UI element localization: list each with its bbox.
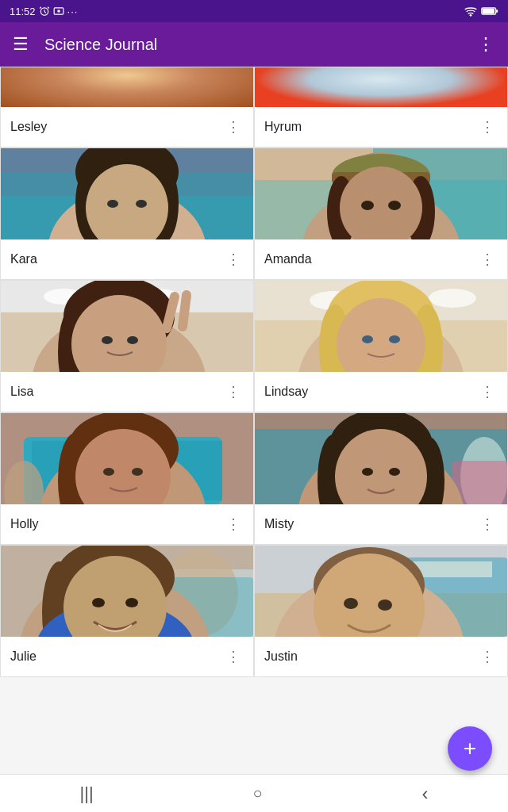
svg-point-96: [125, 598, 138, 607]
card-lindsay[interactable]: Lindsay ⋮: [254, 280, 508, 412]
battery-icon: [481, 6, 498, 16]
svg-rect-7: [1, 67, 253, 107]
card-julie[interactable]: Julie ⋮: [0, 545, 254, 677]
svg-point-63: [362, 335, 373, 343]
experiments-grid: Kara ⋮: [0, 147, 508, 677]
svg-line-18: [413, 91, 429, 93]
svg-point-64: [389, 335, 400, 343]
card-justin[interactable]: Justin ⋮: [254, 545, 508, 677]
svg-point-9: [60, 67, 194, 107]
app-bar: ☰ Science Journal ⋮: [0, 22, 508, 67]
wifi-icon: [464, 6, 477, 17]
card-lindsay-name: Lindsay: [264, 385, 308, 399]
card-kara-label: Kara ⋮: [1, 239, 253, 279]
card-hyrum-partial: Hyrum ⋮: [254, 67, 508, 147]
card-justin-label: Justin ⋮: [255, 637, 507, 676]
photo-lesley-partial: [1, 67, 253, 107]
svg-rect-14: [413, 67, 507, 107]
card-lisa[interactable]: Lisa ⋮: [0, 280, 254, 412]
svg-point-52: [102, 336, 113, 344]
card-lesley-more[interactable]: ⋮: [223, 115, 244, 139]
card-amanda-more[interactable]: ⋮: [477, 247, 498, 271]
dots: ···: [67, 6, 79, 17]
hyrum-photo-art: [255, 67, 507, 107]
svg-rect-16: [349, 87, 413, 99]
svg-point-104: [344, 598, 358, 609]
card-lindsay-label: Lindsay ⋮: [255, 372, 507, 412]
svg-point-3: [470, 14, 472, 17]
card-kara-more[interactable]: ⋮: [223, 247, 244, 271]
svg-point-105: [378, 599, 392, 611]
card-kara-name: Kara: [10, 252, 37, 266]
photo-lisa: [1, 281, 253, 372]
svg-point-10: [56, 67, 198, 91]
holly-photo-art: [1, 413, 253, 504]
app-title: Science Journal: [44, 36, 477, 54]
card-julie-label: Julie ⋮: [1, 637, 253, 676]
svg-point-8: [64, 71, 190, 107]
svg-point-84: [362, 468, 373, 476]
svg-point-73: [103, 468, 114, 476]
photo-holly: [1, 413, 253, 504]
card-amanda-label: Amanda ⋮: [255, 239, 507, 279]
svg-rect-13: [255, 79, 507, 107]
card-lisa-label: Lisa ⋮: [1, 372, 253, 412]
status-bar: 11:52 ···: [0, 0, 508, 22]
back-button[interactable]: ‹: [422, 783, 429, 805]
card-amanda-name: Amanda: [264, 252, 312, 266]
recents-button[interactable]: |||: [79, 783, 93, 804]
alarm-icon: [39, 6, 50, 17]
card-justin-more[interactable]: ⋮: [477, 645, 498, 668]
svg-rect-6: [483, 9, 495, 14]
menu-button[interactable]: ☰: [13, 34, 29, 55]
photo-kara: [1, 148, 253, 239]
photo-hyrum-partial: [255, 67, 507, 107]
nav-bar: ||| ○ ‹: [0, 774, 508, 812]
photo-julie: [1, 546, 253, 637]
card-hyrum-name: Hyrum: [264, 120, 302, 134]
svg-point-28: [107, 200, 118, 208]
svg-rect-12: [255, 67, 507, 107]
card-misty-label: Misty ⋮: [255, 504, 507, 544]
card-holly[interactable]: Holly ⋮: [0, 412, 254, 545]
card-misty-name: Misty: [264, 517, 294, 531]
card-lindsay-more[interactable]: ⋮: [477, 380, 498, 404]
card-kara[interactable]: Kara ⋮: [0, 147, 254, 280]
svg-line-17: [333, 91, 349, 93]
partial-top-row: Lesley ⋮ Hyrum ⋮: [0, 67, 508, 147]
card-julie-more[interactable]: ⋮: [223, 645, 244, 668]
card-lesley-label: Lesley ⋮: [1, 107, 253, 147]
svg-point-2: [57, 10, 60, 13]
svg-point-57: [429, 289, 476, 308]
card-justin-name: Justin: [264, 649, 298, 664]
svg-point-85: [389, 468, 400, 476]
svg-line-51: [183, 295, 187, 327]
julie-photo-art: [1, 546, 253, 637]
svg-point-74: [132, 468, 143, 476]
svg-point-15: [325, 71, 437, 107]
card-lesley-partial: Lesley ⋮: [0, 67, 254, 147]
svg-rect-11: [64, 103, 190, 107]
card-misty[interactable]: Misty ⋮: [254, 412, 508, 545]
card-hyrum-more[interactable]: ⋮: [477, 115, 498, 139]
card-lisa-name: Lisa: [10, 385, 33, 399]
lindsay-photo-art: [255, 281, 507, 372]
card-misty-more[interactable]: ⋮: [477, 512, 498, 536]
misty-photo-art: [255, 413, 507, 504]
more-button[interactable]: ⋮: [477, 34, 495, 55]
home-button[interactable]: ○: [253, 784, 263, 802]
card-hyrum-label: Hyrum ⋮: [255, 107, 507, 147]
lisa-photo-art: [1, 281, 253, 372]
card-holly-more[interactable]: ⋮: [223, 512, 244, 536]
card-amanda[interactable]: Amanda ⋮: [254, 147, 508, 280]
card-holly-label: Holly ⋮: [1, 504, 253, 544]
card-holly-name: Holly: [10, 517, 39, 531]
svg-point-95: [92, 598, 105, 607]
photo-icon: [53, 6, 64, 17]
add-experiment-fab[interactable]: +: [448, 726, 492, 771]
time: 11:52: [10, 6, 36, 17]
card-lesley-name: Lesley: [10, 120, 47, 134]
svg-rect-5: [496, 10, 498, 12]
svg-point-29: [136, 200, 147, 208]
card-lisa-more[interactable]: ⋮: [223, 380, 244, 404]
